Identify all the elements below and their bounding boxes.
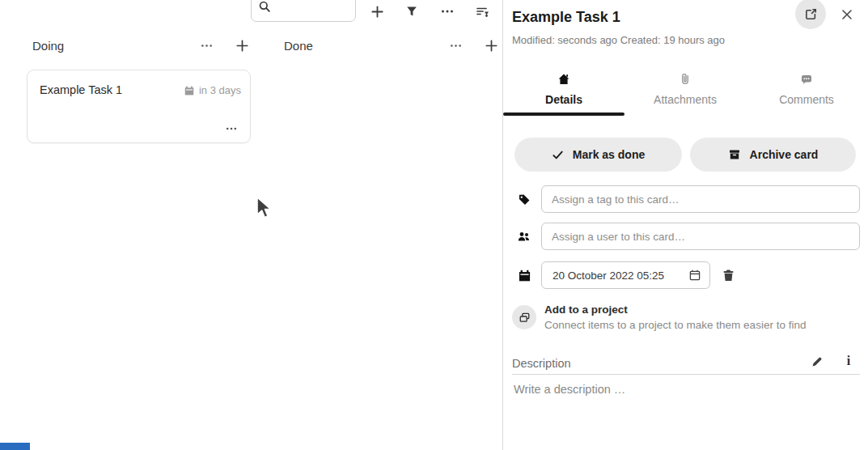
panel-meta: Modified: seconds ago Created: 19 hours … xyxy=(512,34,725,46)
doing-add-card-button[interactable] xyxy=(233,36,251,54)
tab-attachments-label: Attachments xyxy=(654,93,717,106)
done-column-menu-icon[interactable] xyxy=(447,37,464,53)
panel-separator xyxy=(502,0,503,450)
bottom-left-blue-bar xyxy=(0,443,30,450)
add-to-project-subtitle: Connect items to a project to make them … xyxy=(544,319,860,331)
doing-column-menu-icon[interactable] xyxy=(197,37,215,53)
archive-icon xyxy=(728,148,741,161)
assign-tag-input[interactable] xyxy=(541,185,860,213)
mark-as-done-button[interactable]: Mark as done xyxy=(514,138,682,172)
due-date-value: 20 October 2022 05:25 xyxy=(553,270,664,282)
delete-due-date-icon[interactable] xyxy=(719,266,737,284)
calendar-picker-icon[interactable] xyxy=(688,269,701,282)
tab-details[interactable]: Details xyxy=(503,69,625,112)
paperclip-icon xyxy=(679,73,692,86)
search-icon xyxy=(258,0,271,16)
column-header-doing: Doing xyxy=(32,39,64,53)
done-add-card-button[interactable] xyxy=(482,36,500,54)
search-box[interactable] xyxy=(251,0,356,22)
description-label: Description xyxy=(512,357,571,370)
card-due-date: in 3 days xyxy=(184,84,241,96)
chat-bubble-icon xyxy=(800,73,813,86)
card-due-label: in 3 days xyxy=(199,84,241,96)
search-input[interactable] xyxy=(271,5,352,17)
archive-card-button[interactable]: Archive card xyxy=(690,138,856,172)
active-tab-underline xyxy=(503,112,625,116)
description-placeholder[interactable]: Write a description … xyxy=(514,383,625,396)
description-info-icon[interactable]: i xyxy=(841,353,856,369)
due-date-field[interactable]: 20 October 2022 05:25 xyxy=(541,261,710,289)
card-title: Example Task 1 xyxy=(40,83,122,96)
tab-comments-label: Comments xyxy=(779,93,834,106)
tab-attachments[interactable]: Attachments xyxy=(625,69,746,112)
mouse-cursor-icon xyxy=(256,196,275,223)
due-date-icon xyxy=(518,269,531,282)
tab-details-label: Details xyxy=(545,93,582,106)
close-icon[interactable] xyxy=(839,6,855,23)
checkmark-icon xyxy=(552,149,564,161)
archive-card-label: Archive card xyxy=(750,148,819,161)
add-to-project-row[interactable]: Add to a project Connect items to a proj… xyxy=(544,304,860,331)
sort-icon[interactable] xyxy=(473,2,493,20)
calendar-icon xyxy=(184,85,195,96)
project-icon[interactable] xyxy=(512,305,536,329)
add-to-project-title: Add to a project xyxy=(544,304,860,316)
board-menu-icon[interactable] xyxy=(438,2,457,20)
filter-icon[interactable] xyxy=(403,2,421,20)
tab-comments[interactable]: Comments xyxy=(746,69,867,112)
home-icon xyxy=(557,73,570,86)
tag-icon xyxy=(518,193,531,206)
panel-title: Example Task 1 xyxy=(512,9,620,26)
edit-description-icon[interactable] xyxy=(808,354,826,370)
column-header-done: Done xyxy=(284,39,313,53)
kanban-app-window: Doing Done Example Task 1 in 3 days Exam… xyxy=(0,0,868,450)
task-card[interactable]: Example Task 1 in 3 days xyxy=(27,70,251,143)
add-button[interactable] xyxy=(368,2,386,20)
assign-user-input[interactable] xyxy=(541,223,860,250)
mark-as-done-label: Mark as done xyxy=(573,148,645,161)
description-divider xyxy=(512,374,860,375)
card-menu-icon[interactable] xyxy=(224,123,239,134)
users-icon xyxy=(517,230,531,244)
popout-button[interactable] xyxy=(795,0,826,29)
